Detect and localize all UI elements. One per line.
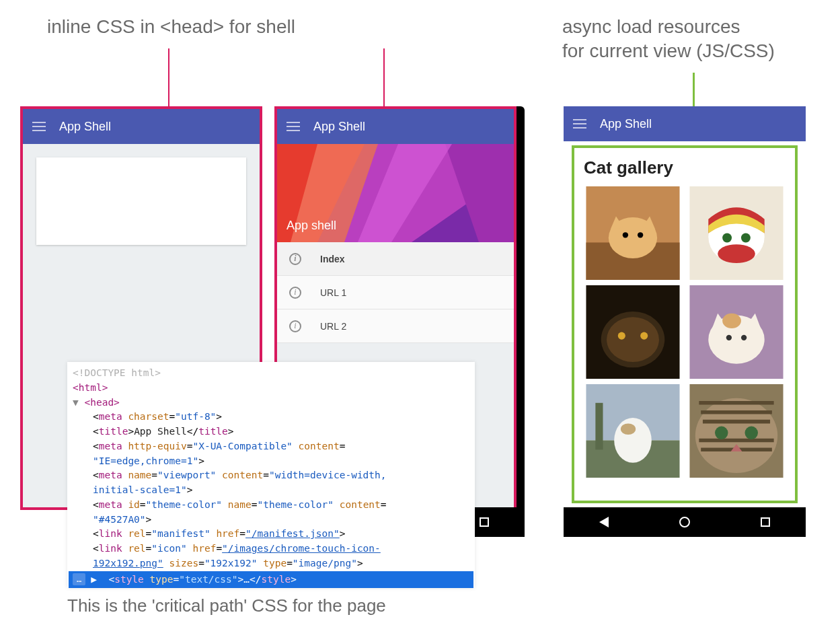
expand-icon[interactable]: ▶	[91, 573, 97, 587]
annotation-line	[383, 48, 385, 108]
info-icon: i	[289, 253, 301, 265]
label-async-line2: for current view (JS/CSS)	[562, 39, 775, 63]
ellipsis-icon: …	[73, 573, 85, 585]
nav-recent-icon[interactable]	[761, 517, 770, 527]
code-highlighted-line[interactable]: … ▶ <style type="text/css">…</style>	[69, 571, 473, 589]
async-content-highlight: Cat gallery	[572, 145, 798, 503]
list-item-label: Index	[320, 254, 345, 264]
nav-home-icon[interactable]	[679, 517, 690, 527]
svg-point-27	[722, 314, 741, 328]
nav-back-icon[interactable]	[599, 517, 609, 527]
code-line: ▼ <head>	[73, 396, 469, 410]
svg-point-36	[695, 398, 777, 473]
label-async-load: async load resources for current view (J…	[562, 15, 775, 64]
menu-icon[interactable]	[287, 122, 300, 131]
app-bar: App Shell	[564, 106, 806, 141]
code-line: <meta http-equiv="X-UA-Compatible" conte…	[73, 439, 469, 469]
label-async-line1: async load resources	[562, 15, 775, 39]
nav-recent-icon[interactable]	[480, 517, 489, 527]
empty-card	[36, 157, 246, 245]
gallery-image[interactable]	[584, 384, 682, 478]
menu-icon[interactable]	[32, 122, 46, 131]
gallery-image[interactable]	[584, 285, 682, 379]
list-item[interactable]: i URL 2	[277, 309, 514, 343]
app-bar: App Shell	[23, 109, 260, 144]
gallery-grid	[584, 186, 786, 478]
svg-point-29	[741, 335, 747, 340]
svg-point-32	[614, 418, 652, 463]
info-icon: i	[289, 320, 301, 332]
svg-point-37	[715, 427, 728, 439]
list-item-label: URL 1	[320, 287, 346, 298]
phone-loaded-view: App Shell Cat gallery	[564, 106, 806, 537]
app-bar-title: App Shell	[313, 120, 365, 134]
list-item[interactable]: i Index	[277, 242, 514, 276]
gallery-image[interactable]	[687, 186, 786, 280]
app-bar-title: App Shell	[600, 117, 652, 131]
svg-point-21	[618, 332, 625, 340]
svg-point-38	[745, 427, 758, 439]
svg-point-20	[607, 317, 659, 362]
svg-rect-34	[595, 403, 603, 450]
svg-point-11	[623, 232, 628, 238]
menu-icon[interactable]	[573, 119, 586, 129]
code-line: <title>App Shell</title>	[73, 425, 469, 439]
svg-point-12	[638, 232, 643, 238]
svg-point-33	[621, 423, 636, 435]
code-line: <meta charset="utf-8">	[73, 410, 469, 425]
app-bar-title: App Shell	[59, 120, 111, 134]
code-line: <link rel="icon" href="/images/chrome-to…	[73, 542, 469, 571]
svg-point-15	[722, 233, 732, 243]
gallery-image[interactable]	[687, 384, 786, 478]
annotation-line	[168, 48, 169, 108]
gallery-title: Cat gallery	[584, 157, 786, 178]
svg-point-17	[718, 244, 755, 263]
android-nav-bar	[564, 507, 806, 537]
code-line: <!DOCTYPE html>	[73, 366, 469, 381]
hero-title: App shell	[287, 219, 336, 233]
svg-point-22	[640, 332, 648, 340]
devtools-code-snippet: <!DOCTYPE html> <html> ▼ <head> <meta ch…	[67, 362, 475, 588]
phone-body: App Shell Cat gallery	[564, 106, 806, 507]
svg-point-16	[741, 233, 751, 243]
svg-point-28	[726, 335, 732, 340]
list-item-label: URL 2	[320, 321, 346, 332]
code-line: <meta id="theme-color" name="theme-color…	[73, 498, 469, 527]
hero-banner: App shell	[277, 144, 514, 242]
list-item[interactable]: i URL 1	[277, 276, 514, 309]
label-inline-css: inline CSS in <head> for shell	[47, 15, 295, 39]
gallery-image[interactable]	[687, 285, 786, 379]
gallery-image[interactable]	[584, 186, 682, 280]
code-line: <meta name="viewport" content="width=dev…	[73, 468, 469, 498]
app-bar: App Shell	[277, 109, 514, 144]
code-line: <link rel="manifest" href="/manifest.jso…	[73, 527, 469, 542]
label-critical-path: This is the 'critical path' CSS for the …	[67, 595, 386, 618]
info-icon: i	[289, 287, 301, 299]
code-line: <html>	[73, 381, 469, 396]
